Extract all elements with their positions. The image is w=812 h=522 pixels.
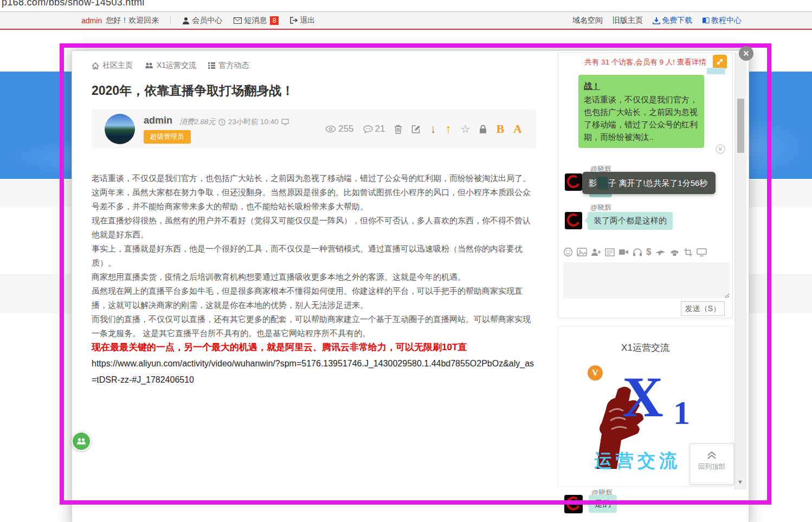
dismiss-icon[interactable] <box>716 144 725 154</box>
send-label: 发送（S） <box>685 304 720 314</box>
move-down-icon[interactable]: ↓ <box>430 122 436 136</box>
highlight-text: 现在最最关键的一点，另一个最大的机遇，就是阿里云、腾讯云非常给力，可以无限刷10… <box>92 340 537 355</box>
chat-message: 是的 <box>589 495 617 513</box>
breadcrumb: 社区主页 X1运营交流 官方动态 <box>92 61 249 70</box>
forum-title[interactable]: X1运营交流 <box>558 341 732 354</box>
book-icon <box>702 17 710 24</box>
eye-icon <box>325 125 336 133</box>
inline-avatar <box>597 177 608 189</box>
clock-icon <box>218 119 225 126</box>
close-modal-button[interactable] <box>739 46 753 61</box>
back-to-top-button[interactable]: 回到顶部 <box>689 443 734 485</box>
add-user-icon[interactable] <box>591 248 601 256</box>
phone-icon[interactable] <box>669 248 680 256</box>
breadcrumb-channel[interactable]: 官方动态 <box>218 61 249 70</box>
author-name[interactable]: admin <box>144 115 172 126</box>
shared-post-excerpt: 老话重谈，不仅仅是我们官方，也包括广大站长，之前因为忽视了移动端，错过了公众号的… <box>584 93 699 143</box>
messages-label: 短消息 <box>244 16 267 25</box>
logout-label: 退出 <box>300 16 315 25</box>
views-value: 255 <box>338 124 353 134</box>
envelope-icon <box>234 17 242 24</box>
system-tooltip: 影子 离开了!总共呆了1分56秒 <box>582 172 716 194</box>
edit-icon[interactable] <box>411 125 421 133</box>
chat-avatar[interactable] <box>565 173 582 191</box>
author-role-badge: 超级管理员 <box>144 130 191 144</box>
paragraph: 老话重谈，不仅仅是我们官方，也包括广大站长，之前因为忽视了移动端，错过了公众号的… <box>92 171 537 185</box>
screen-icon[interactable] <box>697 248 707 256</box>
back-to-top-label: 回到顶部 <box>690 462 733 472</box>
scroll-down-arrow[interactable]: ▼ <box>737 479 743 485</box>
star-icon[interactable]: ☆ <box>460 123 470 136</box>
group-icon <box>145 62 153 69</box>
post-modal: 社区主页 X1运营交流 官方动态 分享 收藏 2020年，依靠直播争取打场翻身战… <box>72 50 749 522</box>
delete-icon[interactable] <box>394 125 402 134</box>
bubble-fragment <box>707 68 725 74</box>
chat-avatar[interactable] <box>564 495 583 513</box>
image-icon[interactable] <box>577 248 587 256</box>
video-icon[interactable] <box>618 248 629 256</box>
paragraph: 虽然现在网上的直播平台多如牛毛，但是很多商家根本不懂得如何使用。你建这样的平台，… <box>92 284 537 312</box>
shared-post-bubble[interactable]: 战！ 老话重谈，不仅仅是我们官方，也包括广大站长，之前因为忽视了移动端，错过了公… <box>578 75 704 148</box>
browser-address-bar[interactable]: p168.com/bbs/show-14503.html <box>0 0 812 12</box>
home-icon <box>92 62 99 69</box>
headphones-icon[interactable] <box>633 248 642 256</box>
username[interactable]: admin <box>81 16 102 25</box>
logout-link[interactable]: 退出 <box>290 16 315 25</box>
lock-icon[interactable] <box>479 125 487 134</box>
tutorial-center-link[interactable]: 教程中心 <box>702 16 742 25</box>
send-button[interactable]: 发送（S） <box>681 301 725 316</box>
post-time: 23小时前 10:40 <box>228 117 279 127</box>
member-center-link[interactable]: 会员中心 <box>182 16 222 25</box>
chat-input[interactable] <box>563 262 730 298</box>
user-icon <box>182 17 190 24</box>
welcome-text: 您好！欢迎回来 <box>106 16 159 25</box>
list-icon <box>208 62 215 69</box>
chat-message: 装了两个都是这样的 <box>588 212 673 230</box>
bold-icon[interactable]: B <box>496 122 504 136</box>
device-icon <box>281 119 289 125</box>
breadcrumb-home[interactable]: 社区主页 <box>102 61 133 70</box>
free-download-label: 免费下载 <box>662 16 692 25</box>
url-text: p168.com/bbs/show-14503.html <box>2 0 145 8</box>
chat-avatar[interactable] <box>565 212 582 229</box>
free-download-link[interactable]: 免费下载 <box>653 16 692 25</box>
old-home-link[interactable]: 旧版主页 <box>613 16 643 25</box>
shared-post-title-tail: 战！ <box>584 80 699 92</box>
breadcrumb-section[interactable]: X1运营交流 <box>157 61 196 70</box>
font-icon[interactable]: A <box>513 122 522 136</box>
jet-icon[interactable] <box>655 248 666 256</box>
domain-space-link[interactable]: 域名空间 <box>572 16 603 25</box>
paragraph: 商家想用直播卖货，疫情之后培训教育机构想要通过直播吸收更多本地之外的客源。这就是… <box>92 270 537 284</box>
author-avatar[interactable] <box>105 114 135 144</box>
x1-logo-1: 1 <box>673 396 690 429</box>
expand-icon <box>716 58 724 66</box>
messages-badge[interactable]: 8 <box>270 16 279 25</box>
download-icon <box>653 17 660 24</box>
messages-link[interactable]: 短消息 8 <box>234 16 279 25</box>
form-icon[interactable] <box>605 248 615 256</box>
modal-scrollbar[interactable]: ▼ <box>734 53 746 489</box>
comments-count[interactable]: 21 <box>363 124 385 134</box>
x1-logo-x: X <box>622 369 663 426</box>
visitor-stats[interactable]: 共有 31 个访客,会员有 9 人! 查看详情 <box>558 57 732 67</box>
comments-value: 21 <box>375 124 385 134</box>
move-up-icon[interactable]: ↑ <box>445 122 451 136</box>
divider <box>170 16 171 24</box>
chat-username[interactable]: @晓辉 <box>590 203 611 212</box>
community-float-button[interactable] <box>72 431 91 451</box>
crop-icon[interactable] <box>684 248 693 257</box>
expand-chat-button[interactable] <box>713 55 727 69</box>
v-badge: V <box>588 365 603 381</box>
emoji-icon[interactable] <box>563 247 573 257</box>
author-card: admin 消费2.88元 23小时前 10:40 超级管理员 255 21 <box>92 109 536 149</box>
x1-logo-subtitle: 运营交流 <box>594 449 681 473</box>
close-icon <box>743 50 749 56</box>
paragraph: 事实上，直播就是好东西，他是一个很好的工具，而不仅仅是一种营销模式。通过直播可以… <box>92 242 537 270</box>
paragraph: 这两年来，虽然大家都在努力争取，但还没翻身。当然原因是很多的。比如曾试图抓住小程… <box>92 185 537 214</box>
chevron-up-icon <box>706 450 718 460</box>
aliyun-link[interactable]: https://www.aliyun.com/activity/video/wu… <box>92 356 537 388</box>
scrollbar-thumb[interactable] <box>737 99 744 153</box>
logout-icon <box>290 17 298 24</box>
paragraph: 而我们的直播，不仅仅可以直播，还有其它更多的配套，可以帮助商家建立一个基于互动圈… <box>92 312 537 340</box>
dollar-icon[interactable]: $ <box>646 247 651 257</box>
